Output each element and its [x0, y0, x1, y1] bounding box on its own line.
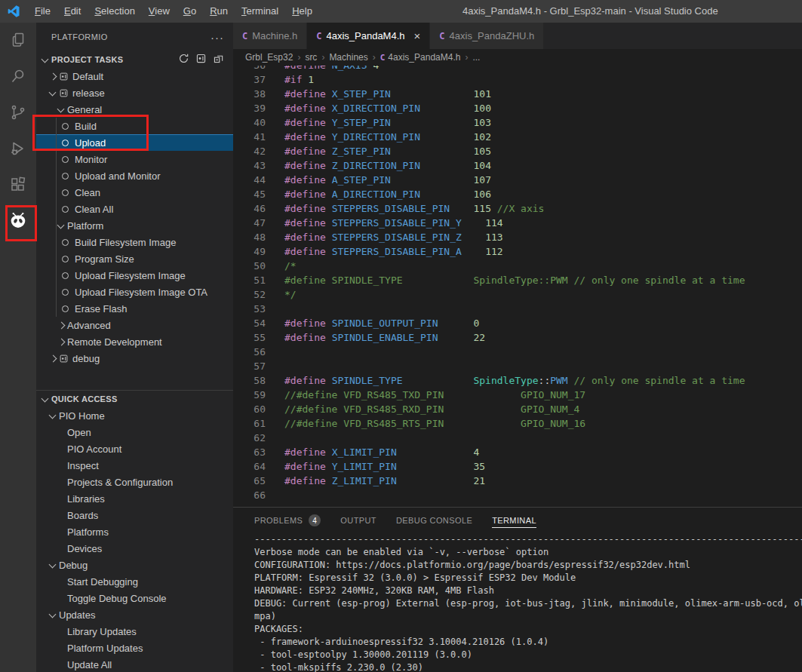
panel-tab-problems[interactable]: PROBLEMS4 [254, 508, 321, 533]
breadcrumb-item-[interactable]: ... [472, 52, 480, 63]
code-line: 55#define SPINDLE_ENABLE_PIN 22 [233, 330, 802, 345]
tree-item-library-updates[interactable]: Library Updates [36, 623, 233, 640]
tree-item-inspect[interactable]: Inspect [36, 457, 233, 474]
tree-item-erase-flash[interactable]: Erase Flash [36, 300, 233, 317]
tree-item-projects-configuration[interactable]: Projects & Configuration [36, 474, 233, 490]
tab-bar: CMachine.hC4axis_PandaM4.h×C4axis_PandaZ… [233, 23, 802, 49]
code-line: 44#define A_STEP_PIN 107 [233, 173, 802, 187]
code-line-text: #define STEPPERS_DISABLE_PIN_Y 114 [266, 216, 503, 230]
line-number: 36 [233, 66, 266, 72]
panel-tab-output[interactable]: OUTPUT [340, 508, 376, 533]
tree-item-debug[interactable]: Debug [36, 557, 233, 573]
tree-item-monitor[interactable]: Monitor [36, 151, 233, 167]
task-circle-icon [62, 305, 75, 312]
tree-item-upload-filesystem-image[interactable]: Upload Filesystem Image [36, 267, 233, 284]
tree-item-general[interactable]: General [36, 101, 233, 118]
line-number: 49 [233, 244, 266, 259]
tree-item-debug[interactable]: debug [36, 350, 233, 367]
tree-item-toggle-debug-console[interactable]: Toggle Debug Console [36, 590, 233, 606]
menu-item-edit[interactable]: Edit [57, 0, 88, 23]
code-line-text: #define Z_DIRECTION_PIN 104 [266, 158, 491, 173]
activity-bar [0, 23, 36, 672]
tree-item-remote-development[interactable]: Remote Development [36, 333, 233, 350]
breadcrumb-item-src[interactable]: src [305, 52, 317, 63]
tree-item-label: Open [67, 427, 91, 438]
tab-4axis-pandazhu-h[interactable]: C4axis_PandaZHU.h [430, 23, 544, 49]
panel-tab-terminal[interactable]: TERMINAL [492, 508, 536, 533]
tree-item-start-debugging[interactable]: Start Debugging [36, 573, 233, 590]
tree-item-build[interactable]: Build [36, 118, 233, 134]
code-line-text: #if 1 [266, 72, 314, 87]
menu-item-terminal[interactable]: Terminal [235, 0, 285, 23]
section-header-quick-access[interactable]: QUICK ACCESS [36, 391, 233, 407]
code-line-text: #define Z_STEP_PIN 105 [266, 144, 491, 158]
tree-item-platform[interactable]: Platform [36, 217, 233, 234]
terminal-output[interactable]: ----------------------------------------… [233, 533, 802, 672]
task-circle-icon [62, 156, 75, 163]
breadcrumb-item-grbl-esp32[interactable]: Grbl_Esp32 [245, 52, 293, 63]
breadcrumb-label: Machines [329, 52, 367, 63]
activity-item-platformio[interactable] [0, 204, 36, 240]
tree-item-upload[interactable]: Upload [36, 134, 233, 151]
code-line: 37#if 1 [233, 72, 802, 87]
breadcrumb-label: 4axis_PandaM4.h [388, 52, 460, 63]
extensions-icon [9, 176, 27, 196]
refresh-icon[interactable] [178, 53, 189, 66]
tree-item-release[interactable]: release [36, 84, 233, 101]
code-line: 59//#define VFD_RS485_TXD_PIN GPIO_NUM_1… [233, 388, 802, 402]
tree-item-devices[interactable]: Devices [36, 540, 233, 557]
tree-item-label: Upload and Monitor [75, 170, 160, 182]
activity-item-run-and-debug[interactable] [0, 131, 36, 167]
menu-item-selection[interactable]: Selection [88, 0, 141, 23]
menu-item-go[interactable]: Go [177, 0, 203, 23]
activity-item-search[interactable] [0, 59, 36, 95]
tree-item-platform-updates[interactable]: Platform Updates [36, 640, 233, 656]
menu-item-file[interactable]: File [28, 0, 57, 23]
tree-item-update-all[interactable]: Update All [36, 656, 233, 672]
tree-item-platforms[interactable]: Platforms [36, 523, 233, 540]
close-icon[interactable]: × [414, 30, 421, 41]
tree-item-label: Debug [59, 560, 88, 571]
activity-item-extensions[interactable] [0, 167, 36, 204]
collapse-all-icon[interactable] [213, 53, 224, 66]
tree-item-label: Clean All [75, 204, 113, 215]
tab-4axis-pandam4-h[interactable]: C4axis_PandaM4.h× [307, 23, 430, 49]
tree-item-boards[interactable]: Boards [36, 507, 233, 523]
tree-item-advanced[interactable]: Advanced [36, 317, 233, 333]
panel-tab-debug-console[interactable]: DEBUG CONSOLE [396, 508, 472, 533]
menu-item-view[interactable]: View [142, 0, 177, 23]
breadcrumb-item-4axis-pandam4-h[interactable]: C4axis_PandaM4.h [380, 52, 461, 63]
section-header-project-tasks[interactable]: PROJECT TASKS [36, 51, 233, 68]
menu-item-help[interactable]: Help [285, 0, 319, 23]
line-number: 66 [233, 488, 266, 502]
code-line: 50/* [233, 259, 802, 273]
code-line: 38#define X_STEP_PIN 101 [233, 87, 802, 101]
tree-item-default[interactable]: Default [36, 68, 233, 84]
tree-item-upload-filesystem-image-ota[interactable]: Upload Filesystem Image OTA [36, 284, 233, 300]
environment-icon[interactable] [195, 53, 207, 66]
tab-label: Machine.h [252, 30, 297, 41]
tree-item-upload-and-monitor[interactable]: Upload and Monitor [36, 167, 233, 184]
tree-item-program-size[interactable]: Program Size [36, 250, 233, 267]
tree-item-clean-all[interactable]: Clean All [36, 201, 233, 217]
tree-item-libraries[interactable]: Libraries [36, 490, 233, 507]
code-editor[interactable]: 36#define N_AXIS 437#if 138#define X_STE… [233, 66, 802, 507]
breadcrumb-item-machines[interactable]: Machines [329, 52, 367, 63]
activity-item-source-control[interactable] [0, 95, 36, 131]
tree-item-pio-home[interactable]: PIO Home [36, 407, 233, 424]
tree-item-open[interactable]: Open [36, 424, 233, 440]
tree-item-updates[interactable]: Updates [36, 606, 233, 623]
code-line-text: #define N_AXIS 4 [266, 66, 379, 72]
tree-item-clean[interactable]: Clean [36, 184, 233, 201]
activity-item-explorer[interactable] [0, 23, 36, 59]
tree-item-label: Update All [67, 659, 112, 670]
menu-item-run[interactable]: Run [203, 0, 235, 23]
line-number: 55 [233, 330, 266, 345]
tree-item-build-filesystem-image[interactable]: Build Filesystem Image [36, 234, 233, 250]
more-actions-icon[interactable]: ··· [210, 31, 224, 44]
tree-item-pio-account[interactable]: PIO Account [36, 440, 233, 457]
tab-machine-h[interactable]: CMachine.h [233, 23, 307, 49]
chevron-down-icon [47, 407, 59, 424]
vscode-logo-icon [7, 5, 20, 18]
tree-item-label: PIO Account [67, 443, 121, 455]
